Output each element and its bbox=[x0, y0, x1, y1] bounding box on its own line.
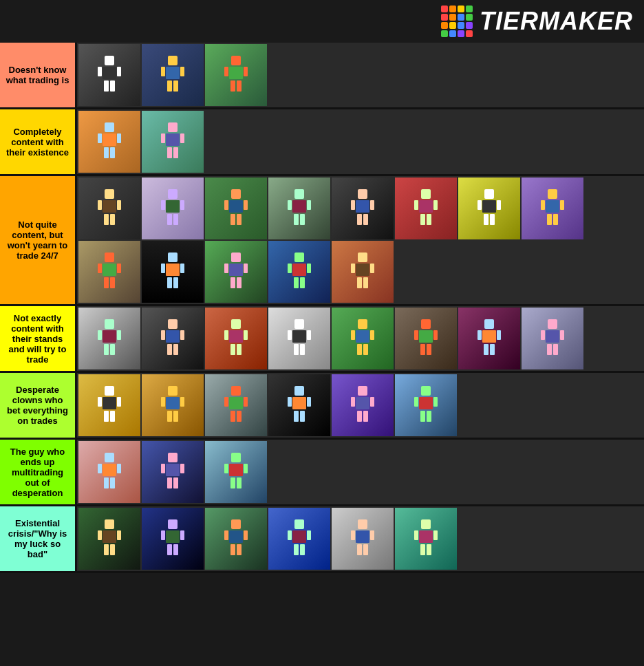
svg-rect-169 bbox=[229, 397, 243, 409]
svg-rect-59 bbox=[363, 214, 368, 225]
svg-rect-35 bbox=[110, 214, 115, 225]
svg-rect-0 bbox=[105, 56, 114, 65]
svg-rect-51 bbox=[307, 200, 311, 210]
tier-item bbox=[268, 308, 330, 369]
svg-rect-1 bbox=[103, 67, 116, 79]
svg-rect-95 bbox=[237, 277, 242, 288]
svg-rect-228 bbox=[294, 519, 304, 529]
svg-rect-177 bbox=[307, 397, 311, 407]
svg-rect-128 bbox=[288, 330, 292, 340]
svg-rect-198 bbox=[168, 453, 178, 462]
svg-rect-211 bbox=[103, 530, 116, 543]
svg-rect-181 bbox=[356, 397, 369, 409]
svg-rect-212 bbox=[98, 530, 102, 540]
svg-rect-180 bbox=[358, 386, 367, 396]
svg-rect-9 bbox=[180, 67, 184, 76]
svg-rect-25 bbox=[166, 133, 180, 146]
svg-rect-69 bbox=[497, 200, 501, 210]
svg-rect-101 bbox=[300, 277, 305, 288]
svg-rect-31 bbox=[103, 200, 116, 213]
tier-item bbox=[142, 374, 204, 436]
tier-item bbox=[142, 308, 204, 369]
svg-rect-94 bbox=[230, 277, 235, 288]
svg-rect-136 bbox=[357, 344, 362, 355]
svg-rect-205 bbox=[229, 464, 243, 476]
tier-row-0: Doesn't know what trading is bbox=[0, 43, 644, 109]
svg-rect-83 bbox=[110, 277, 115, 288]
svg-rect-232 bbox=[294, 544, 299, 555]
tier-item bbox=[522, 308, 583, 369]
svg-rect-87 bbox=[180, 264, 184, 273]
svg-rect-172 bbox=[230, 411, 235, 422]
svg-rect-56 bbox=[351, 200, 355, 210]
tier-item bbox=[78, 44, 140, 106]
svg-rect-175 bbox=[292, 397, 306, 409]
svg-rect-165 bbox=[180, 397, 184, 407]
svg-rect-118 bbox=[167, 344, 172, 355]
svg-rect-115 bbox=[166, 330, 180, 343]
svg-rect-185 bbox=[363, 411, 368, 422]
svg-rect-103 bbox=[356, 264, 369, 276]
svg-rect-184 bbox=[357, 411, 362, 422]
svg-rect-166 bbox=[167, 411, 172, 422]
svg-rect-121 bbox=[229, 330, 243, 343]
svg-rect-66 bbox=[484, 189, 494, 199]
tiermaker-container: TierMaker Doesn't know what trading is C… bbox=[0, 0, 644, 573]
svg-rect-239 bbox=[363, 544, 368, 555]
logo-area: TierMaker bbox=[441, 6, 633, 37]
svg-rect-97 bbox=[292, 264, 306, 276]
svg-rect-49 bbox=[292, 200, 306, 213]
svg-rect-213 bbox=[117, 530, 121, 540]
tier-label-2: Not quite content, but won't yearn to tr… bbox=[0, 176, 77, 304]
tier-items-5 bbox=[77, 440, 644, 504]
tier-row-1: Completely content with their existence bbox=[0, 109, 644, 176]
svg-rect-100 bbox=[294, 277, 299, 288]
tier-row-5: The guy who ends up multitrading out of … bbox=[0, 440, 644, 506]
tier-item bbox=[78, 508, 140, 570]
svg-rect-74 bbox=[541, 200, 545, 210]
svg-rect-151 bbox=[546, 330, 559, 343]
svg-rect-64 bbox=[420, 214, 425, 225]
logo-text: TierMaker bbox=[480, 7, 633, 36]
tier-label-4: Desperate clowns who bet everything on t… bbox=[0, 373, 77, 438]
svg-rect-206 bbox=[224, 464, 228, 473]
svg-rect-47 bbox=[237, 214, 242, 225]
svg-rect-159 bbox=[117, 397, 121, 407]
svg-rect-93 bbox=[244, 264, 248, 273]
svg-rect-142 bbox=[420, 344, 425, 355]
tier-item bbox=[332, 374, 394, 436]
svg-rect-36 bbox=[168, 189, 178, 199]
svg-rect-222 bbox=[231, 519, 241, 529]
svg-rect-42 bbox=[231, 189, 241, 199]
svg-rect-242 bbox=[414, 530, 418, 540]
svg-rect-145 bbox=[482, 330, 496, 343]
svg-rect-131 bbox=[300, 344, 305, 355]
svg-rect-13 bbox=[229, 67, 243, 79]
svg-rect-214 bbox=[104, 544, 109, 555]
svg-rect-153 bbox=[560, 330, 564, 340]
svg-rect-119 bbox=[173, 344, 178, 355]
tier-row-3: Not exactly content with their stands an… bbox=[0, 306, 644, 373]
svg-rect-210 bbox=[105, 519, 114, 529]
svg-rect-224 bbox=[224, 530, 228, 540]
svg-rect-29 bbox=[173, 147, 178, 158]
svg-rect-54 bbox=[358, 189, 367, 199]
svg-rect-16 bbox=[230, 80, 235, 92]
svg-rect-225 bbox=[244, 530, 248, 540]
svg-rect-3 bbox=[117, 67, 121, 76]
svg-rect-111 bbox=[117, 330, 121, 340]
tier-item bbox=[205, 374, 267, 436]
svg-rect-18 bbox=[105, 122, 114, 132]
svg-rect-141 bbox=[433, 330, 438, 340]
svg-rect-234 bbox=[358, 519, 367, 529]
tier-rows-container: Doesn't know what trading is Completely … bbox=[0, 43, 644, 573]
svg-rect-201 bbox=[180, 464, 184, 473]
svg-rect-21 bbox=[117, 133, 121, 143]
svg-rect-98 bbox=[288, 264, 292, 273]
svg-rect-231 bbox=[307, 530, 311, 540]
tier-item bbox=[78, 111, 140, 173]
svg-rect-108 bbox=[105, 319, 114, 329]
svg-rect-194 bbox=[98, 464, 102, 473]
tier-item bbox=[332, 178, 394, 239]
tier-item bbox=[522, 178, 583, 239]
